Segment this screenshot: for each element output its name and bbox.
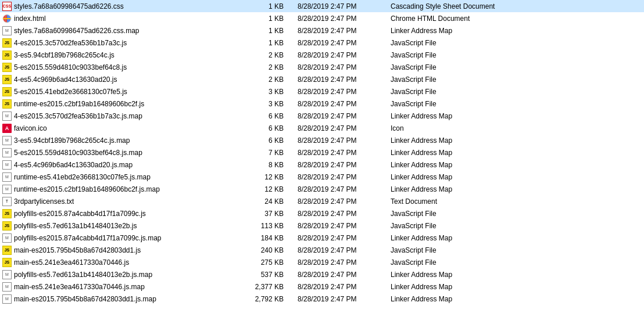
table-row[interactable]: JS main-es2015.795b45b8a67d42803dd1.js 2… xyxy=(0,244,644,256)
col-name: M 5-es2015.559d4810c9033bef64c8.js.map xyxy=(2,148,246,157)
filename: 3rdpartylicenses.txt xyxy=(14,197,74,206)
table-row[interactable]: JS polyfills-es5.7ed613a1b41484013e2b.js… xyxy=(0,220,644,232)
col-size: 37 KB xyxy=(246,210,293,218)
col-type: Linker Address Map xyxy=(386,185,642,193)
col-size: 6 KB xyxy=(246,124,293,132)
col-type: JavaScript File xyxy=(386,210,642,218)
col-type: JavaScript File xyxy=(386,258,642,267)
map-icon: M xyxy=(2,233,12,243)
col-name: A favicon.ico xyxy=(2,124,246,133)
col-size: 275 KB xyxy=(246,258,293,267)
table-row[interactable]: M 3-es5.94cbf189b7968c265c4c.js.map 6 KB… xyxy=(0,134,644,146)
col-date: 8/28/2019 2:47 PM xyxy=(293,75,386,84)
col-size: 7 KB xyxy=(246,149,293,157)
table-row[interactable]: A favicon.ico 6 KB 8/28/2019 2:47 PM Ico… xyxy=(0,122,644,134)
table-row[interactable]: JS main-es5.241e3ea4617330a70446.js 275 … xyxy=(0,256,644,268)
col-date: 8/28/2019 2:47 PM xyxy=(293,161,386,169)
table-row[interactable]: M polyfills-es5.7ed613a1b41484013e2b.js.… xyxy=(0,268,644,280)
filename: 4-es5.4c969b6ad4c13630ad20.js xyxy=(14,75,117,84)
col-date: 8/28/2019 2:47 PM xyxy=(293,173,386,181)
js-icon: JS xyxy=(2,75,12,84)
col-size: 2,377 KB xyxy=(246,283,293,291)
col-type: JavaScript File xyxy=(386,100,642,108)
txt-icon: T xyxy=(2,197,12,206)
col-size: 3 KB xyxy=(246,88,293,96)
col-size: 537 KB xyxy=(246,271,293,279)
col-type: JavaScript File xyxy=(386,63,642,71)
filename: 5-es2015.559d4810c9033bef64c8.js.map xyxy=(14,149,142,157)
css-icon: CSS xyxy=(2,2,12,11)
table-row[interactable]: JS runtime-es2015.c2bf19ab16489606bc2f.j… xyxy=(0,98,644,110)
col-size: 12 KB xyxy=(246,185,293,193)
filename: 5-es2015.41ebd2e3668130c07fe5.js xyxy=(14,88,127,96)
col-size: 184 KB xyxy=(246,234,293,242)
col-type: Linker Address Map xyxy=(386,112,642,120)
filename: runtime-es2015.c2bf19ab16489606bc2f.js.m… xyxy=(14,185,160,193)
table-row[interactable]: M polyfills-es2015.87a4cabb4d17f1a7099c.… xyxy=(0,232,644,244)
col-date: 8/28/2019 2:47 PM xyxy=(293,271,386,279)
col-date: 8/28/2019 2:47 PM xyxy=(293,258,386,267)
table-row[interactable]: M 4-es5.4c969b6ad4c13630ad20.js.map 8 KB… xyxy=(0,159,644,171)
table-row[interactable]: JS 5-es2015.559d4810c9033bef64c8.js 2 KB… xyxy=(0,61,644,73)
table-row[interactable]: JS 3-es5.94cbf189b7968c265c4c.js 2 KB 8/… xyxy=(0,49,644,61)
map-icon: M xyxy=(2,148,12,157)
map-icon: M xyxy=(2,111,12,121)
filename: polyfills-es5.7ed613a1b41484013e2b.js.ma… xyxy=(14,271,152,279)
table-row[interactable]: M main-es2015.795b45b8a67d42803dd1.js.ma… xyxy=(0,293,644,305)
table-row[interactable]: M main-es5.241e3ea4617330a70446.js.map 2… xyxy=(0,280,644,293)
table-row[interactable]: JS 4-es5.4c969b6ad4c13630ad20.js 2 KB 8/… xyxy=(0,73,644,85)
map-icon: M xyxy=(2,282,12,292)
table-row[interactable]: M runtime-es2015.c2bf19ab16489606bc2f.js… xyxy=(0,183,644,195)
table-row[interactable]: M styles.7a68a609986475ad6226.css.map 1 … xyxy=(0,24,644,37)
col-size: 12 KB xyxy=(246,173,293,181)
col-size: 1 KB xyxy=(246,2,293,10)
col-size: 2,792 KB xyxy=(246,295,293,303)
angular-icon: A xyxy=(2,124,12,133)
col-size: 1 KB xyxy=(246,15,293,23)
filename: runtime-es5.41ebd2e3668130c07fe5.js.map xyxy=(14,173,151,181)
table-row[interactable]: CSS styles.7a68a609986475ad6226.css 1 KB… xyxy=(0,0,644,12)
col-type: Linker Address Map xyxy=(386,283,642,291)
js-icon: JS xyxy=(2,51,12,60)
col-size: 24 KB xyxy=(246,197,293,206)
js-icon: JS xyxy=(2,87,12,96)
col-type: Linker Address Map xyxy=(386,295,642,303)
col-type: JavaScript File xyxy=(386,39,642,47)
col-size: 113 KB xyxy=(246,222,293,230)
col-type: Linker Address Map xyxy=(386,173,642,181)
col-type: Cascading Style Sheet Document xyxy=(386,2,642,10)
col-name: JS 5-es2015.41ebd2e3668130c07fe5.js xyxy=(2,87,246,96)
map-icon: M xyxy=(2,270,12,279)
col-name: JS polyfills-es5.7ed613a1b41484013e2b.js xyxy=(2,221,246,231)
col-type: Chrome HTML Document xyxy=(386,15,642,23)
col-type: JavaScript File xyxy=(386,75,642,84)
table-row[interactable]: index.html 1 KB 8/28/2019 2:47 PM Chrome… xyxy=(0,12,644,24)
col-date: 8/28/2019 2:47 PM xyxy=(293,112,386,120)
table-row[interactable]: M runtime-es5.41ebd2e3668130c07fe5.js.ma… xyxy=(0,171,644,183)
table-row[interactable]: M 5-es2015.559d4810c9033bef64c8.js.map 7… xyxy=(0,146,644,159)
col-type: JavaScript File xyxy=(386,51,642,59)
col-name: JS polyfills-es2015.87a4cabb4d17f1a7099c… xyxy=(2,209,246,218)
col-date: 8/28/2019 2:47 PM xyxy=(293,88,386,96)
col-type: Text Document xyxy=(386,197,642,206)
col-name: JS runtime-es2015.c2bf19ab16489606bc2f.j… xyxy=(2,99,246,109)
col-name: CSS styles.7a68a609986475ad6226.css xyxy=(2,2,246,11)
col-name: M runtime-es5.41ebd2e3668130c07fe5.js.ma… xyxy=(2,172,246,182)
table-row[interactable]: JS polyfills-es2015.87a4cabb4d17f1a7099c… xyxy=(0,207,644,220)
col-name: index.html xyxy=(2,14,246,23)
js-icon: JS xyxy=(2,38,12,48)
map-icon: M xyxy=(2,172,12,182)
table-row[interactable]: M 4-es2015.3c570d2fea536b1b7a3c.js.map 6… xyxy=(0,110,644,122)
col-name: M 4-es5.4c969b6ad4c13630ad20.js.map xyxy=(2,160,246,170)
table-row[interactable]: JS 4-es2015.3c570d2fea536b1b7a3c.js 1 KB… xyxy=(0,37,644,49)
col-type: Icon xyxy=(386,124,642,132)
filename: main-es2015.795b45b8a67d42803dd1.js.map xyxy=(14,295,156,303)
col-name: JS 5-es2015.559d4810c9033bef64c8.js xyxy=(2,63,246,72)
table-row[interactable]: JS 5-es2015.41ebd2e3668130c07fe5.js 3 KB… xyxy=(0,85,644,98)
filename: runtime-es2015.c2bf19ab16489606bc2f.js xyxy=(14,100,144,108)
table-row[interactable]: T 3rdpartylicenses.txt 24 KB 8/28/2019 2… xyxy=(0,195,644,207)
filename: 4-es2015.3c570d2fea536b1b7a3c.js xyxy=(14,39,127,47)
js-icon: JS xyxy=(2,221,12,231)
col-size: 2 KB xyxy=(246,75,293,84)
js-icon: JS xyxy=(2,63,12,72)
